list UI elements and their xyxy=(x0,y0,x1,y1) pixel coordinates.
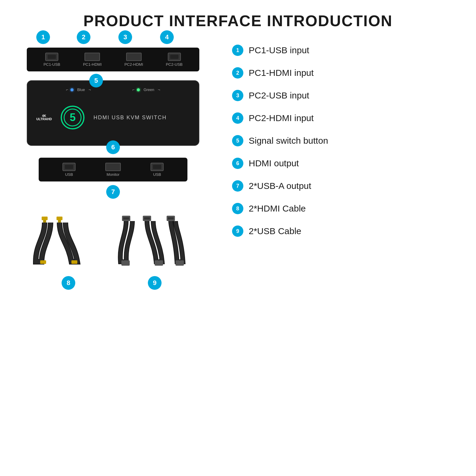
usb-port-icon xyxy=(45,53,58,61)
hdmi-port-icon-1 xyxy=(84,53,100,61)
badge-6: 6 xyxy=(106,140,120,154)
port-label-2: PC1-HDMI xyxy=(83,62,102,67)
page-title: PRODUCT INTERFACE INTRODUCTION xyxy=(0,0,476,39)
list-text-9: 2*USB Cable xyxy=(249,226,301,236)
badge-right-7: 7 xyxy=(232,180,243,192)
svg-rect-5 xyxy=(71,260,77,264)
badge-right-4: 4 xyxy=(232,112,243,124)
hdmi-cable-svg xyxy=(33,214,104,274)
list-item-9: 9 2*USB Cable xyxy=(232,226,464,237)
usb-cable-svg xyxy=(116,214,193,274)
output-label-2: Monitor xyxy=(107,172,119,177)
led-blue-icon xyxy=(71,88,73,91)
usb-output-icon-2 xyxy=(151,163,164,171)
port-pc1-hdmi: PC1-HDMI xyxy=(83,53,102,67)
badge-2: 2 xyxy=(77,30,90,44)
list-item-3: 3 PC2-USB input xyxy=(232,90,464,101)
badge-3: 3 xyxy=(118,30,132,44)
svg-rect-13 xyxy=(168,217,174,220)
left-section: 1 2 3 4 PC1-USB PC1-HDMI PC2-HDMI xyxy=(12,39,214,290)
output-label-3: USB xyxy=(153,172,161,177)
badge-7: 7 xyxy=(106,185,120,199)
list-item-2: 2 PC1-HDMI input xyxy=(232,67,464,79)
switch-btn-number: 5 xyxy=(70,111,76,124)
led-blue-label: Blue xyxy=(77,87,85,92)
list-item-4: 4 PC2-HDMI input xyxy=(232,112,464,124)
bottom-bar-wrapper: 6 USB Monitor USB 7 xyxy=(39,158,187,181)
badge-5: 5 xyxy=(89,74,103,87)
svg-rect-8 xyxy=(121,260,130,266)
port-pc1-usb: PC1-USB xyxy=(43,53,60,67)
port-label-4: PC2-USB xyxy=(166,62,182,67)
list-item-8: 8 2*HDMI Cable xyxy=(232,203,464,214)
svg-rect-3 xyxy=(57,217,62,220)
badge-right-8: 8 xyxy=(232,203,243,214)
list-text-4: PC2-HDMI input xyxy=(249,113,314,123)
bottom-bar: USB Monitor USB xyxy=(39,158,187,181)
output-port-usb-2: USB xyxy=(151,163,164,177)
badge-right-1: 1 xyxy=(232,45,243,56)
svg-rect-2 xyxy=(40,260,46,264)
svg-rect-4 xyxy=(58,220,61,223)
switch-btn-inner: 5 xyxy=(64,109,82,126)
port-label-1: PC1-USB xyxy=(43,62,60,67)
top-bar-wrapper: 1 2 3 4 PC1-USB PC1-HDMI PC2-HDMI xyxy=(27,48,199,71)
svg-rect-14 xyxy=(176,260,184,266)
hdmi-output-icon xyxy=(105,163,121,171)
output-label-1: USB xyxy=(65,172,73,177)
output-port-usb-1: USB xyxy=(62,163,76,177)
hdmi-port-icon-2 xyxy=(126,53,142,61)
port-pc2-usb: PC2-USB xyxy=(166,53,182,67)
kvm-device: ⌐ Blue ¬ ⌐ Green ¬ 4K ULT xyxy=(27,80,199,146)
port-label-3: PC2-HDMI xyxy=(124,62,143,67)
led-green-group: ⌐ Green ¬ xyxy=(132,87,160,92)
list-item-1: 1 PC1-USB input xyxy=(232,45,464,56)
list-item-5: 5 Signal switch button xyxy=(232,135,464,146)
led-indicators: ⌐ Blue ¬ ⌐ Green ¬ xyxy=(27,87,199,92)
svg-rect-10 xyxy=(144,217,150,220)
list-text-7: 2*USB-A output xyxy=(249,181,311,191)
led-blue-group: ⌐ Blue ¬ xyxy=(66,87,91,92)
list-text-8: 2*HDMI Cable xyxy=(249,203,306,214)
hdmi-cables-group: 8 xyxy=(33,214,104,290)
usb-port-icon-2 xyxy=(168,53,181,61)
port-pc2-hdmi: PC2-HDMI xyxy=(124,53,143,67)
badge-right-5: 5 xyxy=(232,135,243,146)
label-4k: 4K ULTRAHD xyxy=(36,114,52,121)
svg-rect-7 xyxy=(123,217,129,220)
badge-right-9: 9 xyxy=(232,226,243,237)
label-4k-sub: ULTRAHD xyxy=(36,118,52,121)
badge-8: 8 xyxy=(62,276,75,290)
output-port-monitor: Monitor xyxy=(105,163,121,177)
usb-cables-group: 9 xyxy=(116,214,193,290)
badge-1: 1 xyxy=(36,30,50,44)
right-section: 1 PC1-USB input 2 PC1-HDMI input 3 PC2-U… xyxy=(214,39,464,290)
device-title: HDMI USB KVM SWITCH xyxy=(93,115,167,121)
list-text-3: PC2-USB input xyxy=(249,90,309,101)
svg-rect-0 xyxy=(42,217,48,220)
device-bottom-row: 4K ULTRAHD 5 HDMI USB KVM SWITCH xyxy=(36,106,190,129)
svg-rect-11 xyxy=(155,260,163,266)
badge-right-2: 2 xyxy=(232,67,243,79)
led-green-label: Green xyxy=(143,87,154,92)
list-text-6: HDMI output xyxy=(249,158,299,168)
list-text-5: Signal switch button xyxy=(249,136,328,146)
led-green-icon xyxy=(137,88,140,91)
device-wrapper: ⌐ Blue ¬ ⌐ Green ¬ 4K ULT xyxy=(27,80,199,146)
list-text-2: PC1-HDMI input xyxy=(249,68,314,78)
list-item-7: 7 2*USB-A output xyxy=(232,180,464,192)
list-text-1: PC1-USB input xyxy=(249,45,309,55)
badge-9: 9 xyxy=(148,276,162,290)
usb-output-icon-1 xyxy=(62,163,76,171)
top-bar: PC1-USB PC1-HDMI PC2-HDMI PC2-USB xyxy=(27,48,199,71)
list-item-6: 6 HDMI output xyxy=(232,158,464,169)
badge-4: 4 xyxy=(160,30,174,44)
signal-switch-button[interactable]: 5 xyxy=(61,106,84,129)
svg-rect-1 xyxy=(43,220,46,223)
badge-right-6: 6 xyxy=(232,158,243,169)
badge-right-3: 3 xyxy=(232,90,243,101)
